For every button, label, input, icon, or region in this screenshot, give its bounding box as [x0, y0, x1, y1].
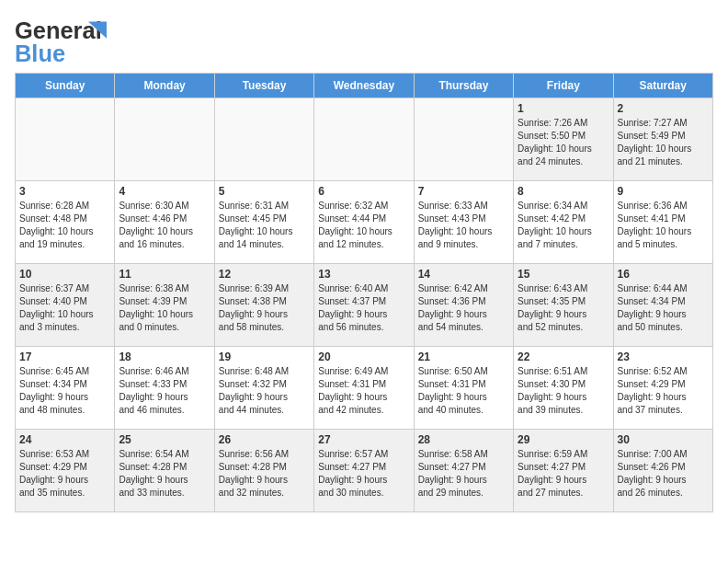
- calendar-cell: 16Sunrise: 6:44 AM Sunset: 4:34 PM Dayli…: [613, 264, 712, 347]
- calendar-cell: 1Sunrise: 7:26 AM Sunset: 5:50 PM Daylig…: [514, 98, 613, 181]
- day-info: Sunrise: 6:38 AM Sunset: 4:39 PM Dayligh…: [119, 282, 210, 334]
- day-number: 27: [318, 433, 409, 446]
- day-number: 7: [418, 185, 509, 198]
- calendar-cell: 17Sunrise: 6:45 AM Sunset: 4:34 PM Dayli…: [16, 347, 115, 430]
- day-info: Sunrise: 6:45 AM Sunset: 4:34 PM Dayligh…: [19, 365, 110, 417]
- calendar-cell: 21Sunrise: 6:50 AM Sunset: 4:31 PM Dayli…: [414, 347, 513, 430]
- day-info: Sunrise: 7:26 AM Sunset: 5:50 PM Dayligh…: [518, 117, 609, 168]
- calendar-cell: 9Sunrise: 6:36 AM Sunset: 4:41 PM Daylig…: [613, 181, 712, 264]
- svg-text:General: General: [15, 17, 102, 43]
- day-info: Sunrise: 6:58 AM Sunset: 4:27 PM Dayligh…: [418, 448, 509, 500]
- calendar-cell: 29Sunrise: 6:59 AM Sunset: 4:27 PM Dayli…: [514, 430, 613, 512]
- day-number: 1: [518, 102, 609, 115]
- day-info: Sunrise: 6:56 AM Sunset: 4:28 PM Dayligh…: [219, 448, 310, 500]
- day-info: Sunrise: 6:40 AM Sunset: 4:37 PM Dayligh…: [318, 282, 409, 334]
- day-number: 8: [518, 185, 609, 198]
- calendar-table: SundayMondayTuesdayWednesdayThursdayFrid…: [15, 73, 713, 512]
- calendar-cell: 3Sunrise: 6:28 AM Sunset: 4:48 PM Daylig…: [16, 181, 115, 264]
- day-info: Sunrise: 6:37 AM Sunset: 4:40 PM Dayligh…: [19, 282, 110, 334]
- day-info: Sunrise: 7:00 AM Sunset: 4:26 PM Dayligh…: [618, 448, 709, 500]
- calendar-cell: 15Sunrise: 6:43 AM Sunset: 4:35 PM Dayli…: [514, 264, 613, 347]
- day-number: 30: [618, 433, 709, 446]
- day-number: 3: [19, 185, 110, 198]
- day-info: Sunrise: 6:51 AM Sunset: 4:30 PM Dayligh…: [518, 365, 609, 417]
- day-number: 25: [119, 433, 210, 446]
- calendar-cell: 24Sunrise: 6:53 AM Sunset: 4:29 PM Dayli…: [16, 430, 115, 512]
- day-info: Sunrise: 6:53 AM Sunset: 4:29 PM Dayligh…: [19, 448, 110, 500]
- calendar-cell: 28Sunrise: 6:58 AM Sunset: 4:27 PM Dayli…: [414, 430, 513, 512]
- weekday-header-thursday: Thursday: [414, 74, 513, 98]
- calendar-cell: 14Sunrise: 6:42 AM Sunset: 4:36 PM Dayli…: [414, 264, 513, 347]
- day-number: 21: [418, 350, 509, 363]
- day-number: 11: [119, 268, 210, 281]
- day-info: Sunrise: 6:57 AM Sunset: 4:27 PM Dayligh…: [318, 448, 409, 500]
- weekday-header-monday: Monday: [115, 74, 214, 98]
- day-number: 29: [518, 433, 609, 446]
- calendar-cell: [115, 98, 214, 181]
- day-info: Sunrise: 6:59 AM Sunset: 4:27 PM Dayligh…: [518, 448, 609, 500]
- day-number: 6: [318, 185, 409, 198]
- day-number: 17: [19, 350, 110, 363]
- day-number: 10: [19, 268, 110, 281]
- day-info: Sunrise: 6:44 AM Sunset: 4:34 PM Dayligh…: [618, 282, 709, 334]
- calendar-cell: 5Sunrise: 6:31 AM Sunset: 4:45 PM Daylig…: [214, 181, 313, 264]
- day-number: 24: [19, 433, 110, 446]
- day-info: Sunrise: 6:48 AM Sunset: 4:32 PM Dayligh…: [219, 365, 310, 417]
- calendar-cell: [16, 98, 115, 181]
- day-number: 14: [418, 268, 509, 281]
- page-header: General Blue: [15, 15, 713, 65]
- day-info: Sunrise: 6:31 AM Sunset: 4:45 PM Dayligh…: [219, 200, 310, 251]
- day-info: Sunrise: 6:46 AM Sunset: 4:33 PM Dayligh…: [119, 365, 210, 417]
- calendar-cell: 25Sunrise: 6:54 AM Sunset: 4:28 PM Dayli…: [115, 430, 214, 512]
- day-info: Sunrise: 6:49 AM Sunset: 4:31 PM Dayligh…: [318, 365, 409, 417]
- logo: General Blue: [15, 15, 107, 65]
- day-number: 26: [219, 433, 310, 446]
- day-info: Sunrise: 6:50 AM Sunset: 4:31 PM Dayligh…: [418, 365, 509, 417]
- day-info: Sunrise: 6:39 AM Sunset: 4:38 PM Dayligh…: [219, 282, 310, 334]
- calendar-cell: 23Sunrise: 6:52 AM Sunset: 4:29 PM Dayli…: [613, 347, 712, 430]
- day-info: Sunrise: 6:36 AM Sunset: 4:41 PM Dayligh…: [618, 200, 709, 251]
- weekday-header-sunday: Sunday: [16, 74, 115, 98]
- weekday-header-wednesday: Wednesday: [314, 74, 414, 98]
- weekday-header-tuesday: Tuesday: [214, 74, 313, 98]
- day-info: Sunrise: 6:52 AM Sunset: 4:29 PM Dayligh…: [618, 365, 709, 417]
- day-info: Sunrise: 6:43 AM Sunset: 4:35 PM Dayligh…: [518, 282, 609, 334]
- day-number: 5: [219, 185, 310, 198]
- calendar-cell: [214, 98, 313, 181]
- svg-text:Blue: Blue: [15, 40, 65, 65]
- weekday-header-friday: Friday: [514, 74, 613, 98]
- calendar-cell: 4Sunrise: 6:30 AM Sunset: 4:46 PM Daylig…: [115, 181, 214, 264]
- calendar-cell: 20Sunrise: 6:49 AM Sunset: 4:31 PM Dayli…: [314, 347, 414, 430]
- day-info: Sunrise: 6:28 AM Sunset: 4:48 PM Dayligh…: [19, 200, 110, 251]
- day-number: 16: [618, 268, 709, 281]
- calendar-cell: 30Sunrise: 7:00 AM Sunset: 4:26 PM Dayli…: [613, 430, 712, 512]
- calendar-cell: 13Sunrise: 6:40 AM Sunset: 4:37 PM Dayli…: [314, 264, 414, 347]
- calendar-cell: [414, 98, 513, 181]
- calendar-cell: 8Sunrise: 6:34 AM Sunset: 4:42 PM Daylig…: [514, 181, 613, 264]
- calendar-cell: 26Sunrise: 6:56 AM Sunset: 4:28 PM Dayli…: [214, 430, 313, 512]
- day-number: 20: [318, 350, 409, 363]
- day-info: Sunrise: 6:32 AM Sunset: 4:44 PM Dayligh…: [318, 200, 409, 251]
- calendar-cell: [314, 98, 414, 181]
- day-number: 4: [119, 185, 210, 198]
- day-number: 18: [119, 350, 210, 363]
- logo-svg: General Blue: [15, 15, 107, 65]
- day-info: Sunrise: 6:33 AM Sunset: 4:43 PM Dayligh…: [418, 200, 509, 251]
- calendar-cell: 2Sunrise: 7:27 AM Sunset: 5:49 PM Daylig…: [613, 98, 712, 181]
- calendar-cell: 7Sunrise: 6:33 AM Sunset: 4:43 PM Daylig…: [414, 181, 513, 264]
- day-number: 2: [618, 102, 709, 115]
- calendar-cell: 12Sunrise: 6:39 AM Sunset: 4:38 PM Dayli…: [214, 264, 313, 347]
- calendar-cell: 22Sunrise: 6:51 AM Sunset: 4:30 PM Dayli…: [514, 347, 613, 430]
- calendar-cell: 6Sunrise: 6:32 AM Sunset: 4:44 PM Daylig…: [314, 181, 414, 264]
- weekday-header-saturday: Saturday: [613, 74, 712, 98]
- day-number: 12: [219, 268, 310, 281]
- day-info: Sunrise: 6:30 AM Sunset: 4:46 PM Dayligh…: [119, 200, 210, 251]
- day-number: 13: [318, 268, 409, 281]
- day-number: 22: [518, 350, 609, 363]
- calendar-cell: 27Sunrise: 6:57 AM Sunset: 4:27 PM Dayli…: [314, 430, 414, 512]
- calendar-cell: 11Sunrise: 6:38 AM Sunset: 4:39 PM Dayli…: [115, 264, 214, 347]
- day-number: 19: [219, 350, 310, 363]
- calendar-cell: 10Sunrise: 6:37 AM Sunset: 4:40 PM Dayli…: [16, 264, 115, 347]
- day-info: Sunrise: 6:54 AM Sunset: 4:28 PM Dayligh…: [119, 448, 210, 500]
- day-info: Sunrise: 6:42 AM Sunset: 4:36 PM Dayligh…: [418, 282, 509, 334]
